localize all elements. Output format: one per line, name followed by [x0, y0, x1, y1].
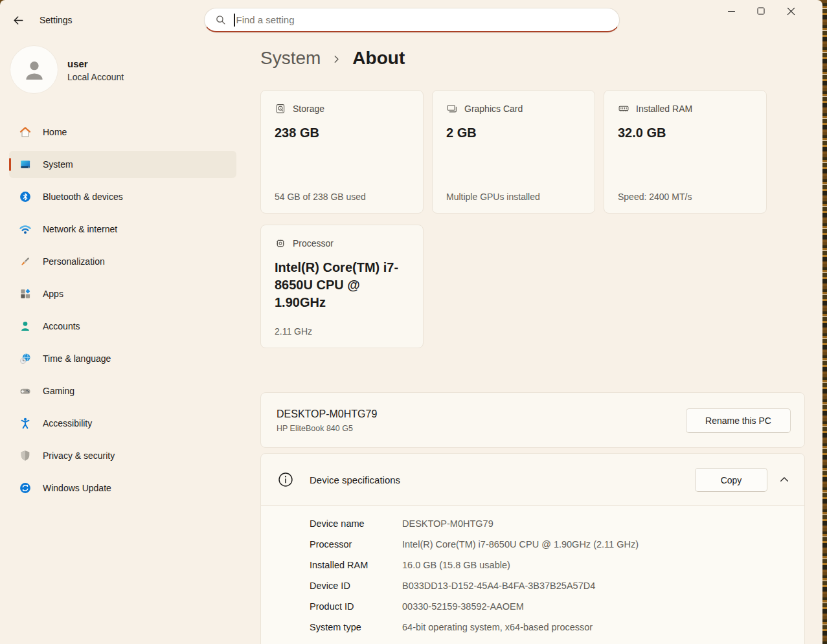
breadcrumb: System About — [260, 48, 405, 69]
card-value: 238 GB — [275, 124, 409, 142]
card-label: Graphics Card — [464, 104, 523, 114]
sidebar-item-time-language[interactable]: Time & language — [9, 345, 236, 372]
gamepad-icon — [19, 384, 32, 397]
sidebar-item-label: Bluetooth & devices — [43, 192, 123, 202]
sidebar-item-label: System — [43, 159, 73, 170]
selection-indicator — [9, 158, 11, 171]
card-label: Processor — [293, 238, 334, 249]
back-button[interactable] — [6, 10, 30, 30]
spec-row-installed-ram: Installed RAM 16.0 GB (15.8 GB usable) — [310, 555, 791, 575]
device-specifications-card: Device specifications Copy Device name D… — [260, 453, 805, 644]
card-detail: 54 GB of 238 GB used — [275, 192, 366, 202]
settings-window: Settings user Local Account Home System … — [0, 0, 822, 644]
minimize-button[interactable] — [716, 0, 746, 22]
card-value: Intel(R) Core(TM) i7-8650U CPU @ 1.90GHz — [275, 259, 409, 311]
spec-row-processor: Processor Intel(R) Core(TM) i7-8650U CPU… — [310, 534, 791, 555]
avatar[interactable] — [10, 46, 58, 93]
spec-label: System type — [310, 622, 402, 632]
windows-update-icon — [19, 482, 32, 494]
graphics-card-card: Graphics Card 2 GB Multiple GPUs install… — [432, 90, 595, 214]
sidebar-item-label: Accounts — [43, 321, 80, 331]
sidebar-item-privacy-security[interactable]: Privacy & security — [9, 442, 236, 469]
chevron-up-icon[interactable] — [778, 474, 790, 485]
sidebar-item-label: Home — [43, 127, 67, 137]
close-button[interactable] — [776, 0, 806, 22]
sidebar-item-label: Accessibility — [43, 418, 92, 428]
user-account-type: Local Account — [67, 72, 124, 82]
search-icon — [215, 14, 226, 25]
sidebar-item-label: Network & internet — [43, 224, 117, 234]
card-label: Storage — [293, 104, 324, 114]
breadcrumb-parent[interactable]: System — [260, 48, 321, 69]
spec-label: Installed RAM — [310, 560, 402, 570]
sidebar-item-label: Apps — [43, 289, 63, 299]
spec-row-system-type: System type 64-bit operating system, x64… — [310, 617, 791, 638]
spec-label: Processor — [310, 539, 402, 550]
sidebar-item-label: Gaming — [43, 386, 74, 396]
maximize-icon — [757, 7, 765, 15]
app-title: Settings — [40, 15, 73, 25]
sidebar-item-system[interactable]: System — [9, 151, 236, 178]
accessibility-icon — [19, 417, 32, 430]
spec-row-pen-and-touch: Pen and touch Touch support with 10 touc… — [310, 638, 791, 644]
person-icon — [21, 56, 48, 83]
system-icon — [19, 158, 32, 171]
sidebar-item-label: Time & language — [43, 353, 111, 364]
device-model: HP EliteBook 840 G5 — [277, 424, 353, 433]
storage-card: Storage 238 GB 54 GB of 238 GB used — [260, 90, 424, 214]
search-box[interactable] — [204, 8, 620, 32]
spec-row-product-id: Product ID 00330-52159-38592-AAOEM — [310, 596, 791, 617]
spec-label: Device ID — [310, 581, 402, 591]
chevron-right-icon — [332, 54, 341, 64]
device-specifications-body: Device name DESKTOP-M0HTG79 Processor In… — [261, 505, 804, 644]
spec-value: 64-bit operating system, x64-based proce… — [402, 622, 593, 632]
spec-value: 00330-52159-38592-AAOEM — [402, 601, 524, 612]
device-specifications-title: Device specifications — [310, 474, 400, 485]
card-label: Installed RAM — [636, 104, 692, 114]
graphics-card-icon — [446, 103, 458, 115]
sidebar-item-label: Windows Update — [43, 483, 111, 493]
maximize-button[interactable] — [746, 0, 776, 22]
spec-label: Device name — [310, 518, 402, 529]
sidebar-item-bluetooth-devices[interactable]: Bluetooth & devices — [9, 183, 236, 210]
sidebar-item-network-internet[interactable]: Network & internet — [9, 216, 236, 243]
sidebar-item-home[interactable]: Home — [9, 118, 236, 146]
sidebar-item-label: Personalization — [43, 256, 105, 267]
spec-value: B033DD13-D152-45A4-B4FA-3B37B25A57D4 — [402, 581, 595, 591]
info-icon — [277, 471, 294, 488]
card-detail: 2.11 GHz — [275, 326, 312, 337]
device-specifications-header[interactable]: Device specifications Copy — [261, 454, 804, 505]
bluetooth-icon — [19, 190, 32, 203]
card-value: 32.0 GB — [618, 124, 753, 142]
minimize-icon — [727, 7, 736, 16]
sidebar-item-accounts[interactable]: Accounts — [9, 313, 236, 340]
paintbrush-icon — [19, 255, 32, 268]
ram-icon — [618, 103, 629, 115]
arrow-left-icon — [12, 14, 25, 27]
spec-row-device-name: Device name DESKTOP-M0HTG79 — [310, 513, 791, 534]
spec-row-device-id: Device ID B033DD13-D152-45A4-B4FA-3B37B2… — [310, 575, 791, 596]
sidebar-item-personalization[interactable]: Personalization — [9, 248, 236, 275]
network-wifi-icon — [19, 223, 32, 236]
sidebar-item-gaming[interactable]: Gaming — [9, 377, 236, 405]
device-name: DESKTOP-M0HTG79 — [277, 408, 377, 420]
processor-card: Processor Intel(R) Core(TM) i7-8650U CPU… — [260, 225, 424, 348]
spec-value: Intel(R) Core(TM) i7-8650U CPU @ 1.90GHz… — [402, 539, 639, 550]
copy-button[interactable]: Copy — [695, 468, 767, 492]
spec-value: DESKTOP-M0HTG79 — [402, 518, 493, 529]
processor-icon — [275, 238, 286, 249]
card-value: 2 GB — [446, 124, 581, 142]
card-detail: Speed: 2400 MT/s — [618, 192, 692, 202]
sidebar-item-apps[interactable]: Apps — [9, 280, 236, 307]
sidebar-item-label: Privacy & security — [43, 450, 115, 461]
accounts-icon — [19, 320, 32, 333]
rename-pc-button[interactable]: Rename this PC — [686, 408, 791, 433]
window-controls — [716, 0, 806, 22]
search-input[interactable] — [235, 14, 620, 25]
user-name: user — [67, 58, 88, 69]
sidebar-item-windows-update[interactable]: Windows Update — [9, 474, 236, 502]
installed-ram-card: Installed RAM 32.0 GB Speed: 2400 MT/s — [604, 90, 767, 214]
page-title: About — [352, 48, 405, 69]
spec-value: 16.0 GB (15.8 GB usable) — [402, 560, 510, 570]
sidebar-item-accessibility[interactable]: Accessibility — [9, 410, 236, 437]
